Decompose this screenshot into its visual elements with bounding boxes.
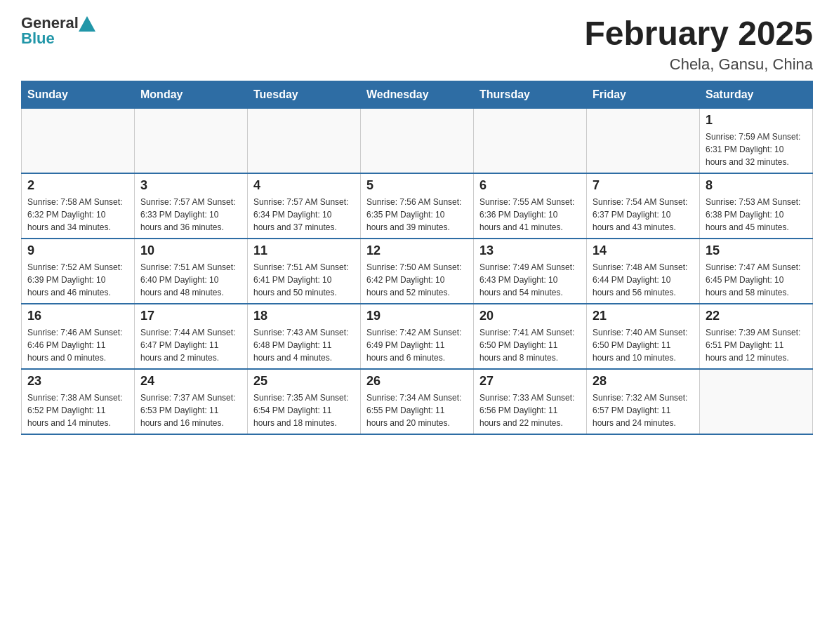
day-info: Sunrise: 7:44 AM Sunset: 6:47 PM Dayligh… <box>140 326 241 364</box>
day-info: Sunrise: 7:38 AM Sunset: 6:52 PM Dayligh… <box>27 391 128 429</box>
day-number: 18 <box>253 309 355 323</box>
calendar-cell: 8Sunrise: 7:53 AM Sunset: 6:38 PM Daylig… <box>700 173 813 239</box>
day-info: Sunrise: 7:52 AM Sunset: 6:39 PM Dayligh… <box>27 261 128 299</box>
calendar-cell: 1Sunrise: 7:59 AM Sunset: 6:31 PM Daylig… <box>700 109 813 174</box>
day-number: 3 <box>140 178 241 193</box>
day-header-tuesday: Tuesday <box>248 81 361 109</box>
calendar-cell: 7Sunrise: 7:54 AM Sunset: 6:37 PM Daylig… <box>587 173 700 239</box>
calendar-cell: 20Sunrise: 7:41 AM Sunset: 6:50 PM Dayli… <box>474 304 587 369</box>
calendar-cell: 21Sunrise: 7:40 AM Sunset: 6:50 PM Dayli… <box>587 304 700 369</box>
day-number: 25 <box>253 374 355 389</box>
day-number: 22 <box>706 309 807 323</box>
day-info: Sunrise: 7:54 AM Sunset: 6:37 PM Dayligh… <box>593 196 694 234</box>
day-info: Sunrise: 7:51 AM Sunset: 6:41 PM Dayligh… <box>253 261 355 299</box>
day-number: 28 <box>593 374 694 389</box>
day-info: Sunrise: 7:59 AM Sunset: 6:31 PM Dayligh… <box>706 130 807 168</box>
calendar-cell: 3Sunrise: 7:57 AM Sunset: 6:33 PM Daylig… <box>135 173 248 239</box>
day-number: 14 <box>593 243 694 258</box>
day-number: 6 <box>479 178 581 193</box>
calendar-cell: 19Sunrise: 7:42 AM Sunset: 6:49 PM Dayli… <box>361 304 474 369</box>
page-header: General Blue February 2025 Chela, Gansu,… <box>21 14 813 74</box>
calendar-cell: 4Sunrise: 7:57 AM Sunset: 6:34 PM Daylig… <box>248 173 361 239</box>
day-number: 10 <box>140 243 241 258</box>
day-number: 12 <box>366 243 468 258</box>
calendar-cell <box>248 109 361 174</box>
calendar-cell: 6Sunrise: 7:55 AM Sunset: 6:36 PM Daylig… <box>474 173 587 239</box>
day-info: Sunrise: 7:43 AM Sunset: 6:48 PM Dayligh… <box>253 326 355 364</box>
calendar-cell: 16Sunrise: 7:46 AM Sunset: 6:46 PM Dayli… <box>22 304 135 369</box>
day-number: 1 <box>706 113 807 128</box>
day-number: 23 <box>27 374 128 389</box>
day-info: Sunrise: 7:48 AM Sunset: 6:44 PM Dayligh… <box>593 261 694 299</box>
day-number: 26 <box>366 374 468 389</box>
calendar-week-2: 2Sunrise: 7:58 AM Sunset: 6:32 PM Daylig… <box>22 173 813 239</box>
calendar-cell: 22Sunrise: 7:39 AM Sunset: 6:51 PM Dayli… <box>700 304 813 369</box>
calendar-header-row: SundayMondayTuesdayWednesdayThursdayFrid… <box>22 81 813 109</box>
day-number: 20 <box>479 309 581 323</box>
calendar-cell: 11Sunrise: 7:51 AM Sunset: 6:41 PM Dayli… <box>248 239 361 304</box>
calendar-table: SundayMondayTuesdayWednesdayThursdayFrid… <box>21 81 813 435</box>
calendar-cell: 26Sunrise: 7:34 AM Sunset: 6:55 PM Dayli… <box>361 369 474 434</box>
day-header-friday: Friday <box>587 81 700 109</box>
calendar-cell <box>135 109 248 174</box>
calendar-cell <box>22 109 135 174</box>
calendar-cell: 13Sunrise: 7:49 AM Sunset: 6:43 PM Dayli… <box>474 239 587 304</box>
calendar-cell <box>587 109 700 174</box>
day-info: Sunrise: 7:57 AM Sunset: 6:33 PM Dayligh… <box>140 196 241 234</box>
day-number: 2 <box>27 178 128 193</box>
day-header-sunday: Sunday <box>22 81 135 109</box>
logo-blue-text: Blue <box>21 29 55 48</box>
day-number: 13 <box>479 243 581 258</box>
day-info: Sunrise: 7:56 AM Sunset: 6:35 PM Dayligh… <box>366 196 468 234</box>
calendar-week-3: 9Sunrise: 7:52 AM Sunset: 6:39 PM Daylig… <box>22 239 813 304</box>
calendar-week-5: 23Sunrise: 7:38 AM Sunset: 6:52 PM Dayli… <box>22 369 813 434</box>
logo: General Blue <box>21 14 95 48</box>
calendar-cell: 15Sunrise: 7:47 AM Sunset: 6:45 PM Dayli… <box>700 239 813 304</box>
logo-triangle-icon <box>79 16 95 32</box>
day-header-wednesday: Wednesday <box>361 81 474 109</box>
calendar-cell: 17Sunrise: 7:44 AM Sunset: 6:47 PM Dayli… <box>135 304 248 369</box>
day-number: 7 <box>593 178 694 193</box>
day-info: Sunrise: 7:42 AM Sunset: 6:49 PM Dayligh… <box>366 326 468 364</box>
day-header-saturday: Saturday <box>700 81 813 109</box>
calendar-cell: 2Sunrise: 7:58 AM Sunset: 6:32 PM Daylig… <box>22 173 135 239</box>
day-info: Sunrise: 7:34 AM Sunset: 6:55 PM Dayligh… <box>366 391 468 429</box>
day-number: 16 <box>27 309 128 323</box>
day-info: Sunrise: 7:50 AM Sunset: 6:42 PM Dayligh… <box>366 261 468 299</box>
day-number: 8 <box>706 178 807 193</box>
day-info: Sunrise: 7:55 AM Sunset: 6:36 PM Dayligh… <box>479 196 581 234</box>
calendar-cell: 28Sunrise: 7:32 AM Sunset: 6:57 PM Dayli… <box>587 369 700 434</box>
day-number: 15 <box>706 243 807 258</box>
day-header-monday: Monday <box>135 81 248 109</box>
calendar-subtitle: Chela, Gansu, China <box>584 55 813 74</box>
day-info: Sunrise: 7:46 AM Sunset: 6:46 PM Dayligh… <box>27 326 128 364</box>
day-number: 4 <box>253 178 355 193</box>
day-number: 21 <box>593 309 694 323</box>
day-number: 27 <box>479 374 581 389</box>
calendar-cell: 14Sunrise: 7:48 AM Sunset: 6:44 PM Dayli… <box>587 239 700 304</box>
calendar-week-1: 1Sunrise: 7:59 AM Sunset: 6:31 PM Daylig… <box>22 109 813 174</box>
day-info: Sunrise: 7:35 AM Sunset: 6:54 PM Dayligh… <box>253 391 355 429</box>
day-info: Sunrise: 7:39 AM Sunset: 6:51 PM Dayligh… <box>706 326 807 364</box>
day-number: 9 <box>27 243 128 258</box>
day-number: 17 <box>140 309 241 323</box>
day-number: 11 <box>253 243 355 258</box>
day-info: Sunrise: 7:41 AM Sunset: 6:50 PM Dayligh… <box>479 326 581 364</box>
day-info: Sunrise: 7:32 AM Sunset: 6:57 PM Dayligh… <box>593 391 694 429</box>
calendar-cell <box>474 109 587 174</box>
calendar-cell: 10Sunrise: 7:51 AM Sunset: 6:40 PM Dayli… <box>135 239 248 304</box>
day-info: Sunrise: 7:37 AM Sunset: 6:53 PM Dayligh… <box>140 391 241 429</box>
calendar-week-4: 16Sunrise: 7:46 AM Sunset: 6:46 PM Dayli… <box>22 304 813 369</box>
calendar-cell: 9Sunrise: 7:52 AM Sunset: 6:39 PM Daylig… <box>22 239 135 304</box>
day-info: Sunrise: 7:47 AM Sunset: 6:45 PM Dayligh… <box>706 261 807 299</box>
day-header-thursday: Thursday <box>474 81 587 109</box>
day-info: Sunrise: 7:58 AM Sunset: 6:32 PM Dayligh… <box>27 196 128 234</box>
day-info: Sunrise: 7:40 AM Sunset: 6:50 PM Dayligh… <box>593 326 694 364</box>
calendar-cell <box>361 109 474 174</box>
day-info: Sunrise: 7:49 AM Sunset: 6:43 PM Dayligh… <box>479 261 581 299</box>
calendar-cell: 25Sunrise: 7:35 AM Sunset: 6:54 PM Dayli… <box>248 369 361 434</box>
calendar-title: February 2025 <box>584 14 813 53</box>
calendar-cell <box>700 369 813 434</box>
calendar-cell: 27Sunrise: 7:33 AM Sunset: 6:56 PM Dayli… <box>474 369 587 434</box>
calendar-cell: 12Sunrise: 7:50 AM Sunset: 6:42 PM Dayli… <box>361 239 474 304</box>
